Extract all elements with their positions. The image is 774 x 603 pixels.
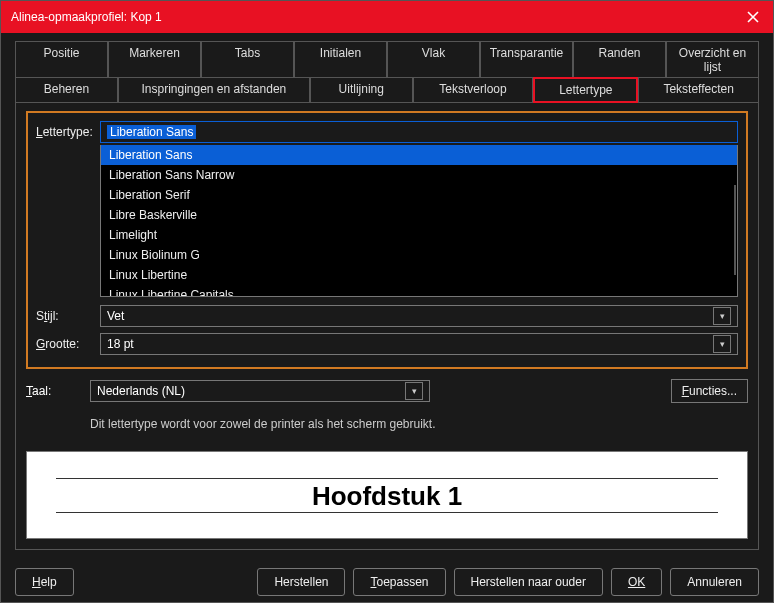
font-hint: Dit lettertype wordt voor zowel de print… <box>90 417 748 431</box>
tab-overzicht[interactable]: Overzicht en lijst <box>666 41 759 78</box>
chevron-down-icon[interactable]: ▾ <box>713 307 731 325</box>
fontname-field[interactable]: Liberation Sans <box>100 121 738 143</box>
highlight-frame: Lettertype: Liberation Sans Liberation S… <box>26 111 748 369</box>
close-icon[interactable] <box>743 7 763 27</box>
label-lettertype: Lettertype: <box>36 125 100 139</box>
size-combo[interactable]: 18 pt ▾ <box>100 333 738 355</box>
herstellen-naar-ouder-button[interactable]: Herstellen naar ouder <box>454 568 603 596</box>
tab-vlak[interactable]: Vlak <box>387 41 480 78</box>
fontname-value: Liberation Sans <box>107 125 196 139</box>
tab-positie[interactable]: Positie <box>15 41 108 78</box>
dialog-window: Alinea-opmaakprofiel: Kop 1 Positie Mark… <box>0 0 774 603</box>
font-item[interactable]: Linux Libertine Capitals <box>101 285 737 297</box>
chevron-down-icon[interactable]: ▾ <box>713 335 731 353</box>
style-value: Vet <box>107 309 124 323</box>
tab-transparantie[interactable]: Transparantie <box>480 41 573 78</box>
label-stijl: Stijl: <box>36 309 100 323</box>
font-list[interactable]: Liberation Sans Liberation Sans Narrow L… <box>100 145 738 297</box>
language-combo[interactable]: Nederlands (NL) ▾ <box>90 380 430 402</box>
tab-tekstverloop[interactable]: Tekstverloop <box>413 77 534 103</box>
chevron-down-icon[interactable]: ▾ <box>405 382 423 400</box>
size-value: 18 pt <box>107 337 134 351</box>
herstellen-button[interactable]: Herstellen <box>257 568 345 596</box>
preview-box: Hoofdstuk 1 <box>26 451 748 539</box>
font-item[interactable]: Limelight <box>101 225 737 245</box>
label-taal: Taal: <box>26 384 90 398</box>
label-grootte: Grootte: <box>36 337 100 351</box>
font-item[interactable]: Linux Biolinum G <box>101 245 737 265</box>
tab-lettertype[interactable]: Lettertype <box>533 77 638 103</box>
font-item[interactable]: Linux Libertine <box>101 265 737 285</box>
font-item[interactable]: Liberation Serif <box>101 185 737 205</box>
font-item[interactable]: Liberation Sans <box>101 145 737 165</box>
tab-initialen[interactable]: Initialen <box>294 41 387 78</box>
font-item[interactable]: Liberation Sans Narrow <box>101 165 737 185</box>
preview-text: Hoofdstuk 1 <box>312 479 462 512</box>
language-value: Nederlands (NL) <box>97 384 185 398</box>
tab-teksteffecten[interactable]: Teksteffecten <box>638 77 759 103</box>
annuleren-button[interactable]: Annuleren <box>670 568 759 596</box>
scrollbar[interactable] <box>734 185 736 275</box>
tab-inspringingen[interactable]: Inspringingen en afstanden <box>118 77 310 103</box>
style-combo[interactable]: Vet ▾ <box>100 305 738 327</box>
tab-randen[interactable]: Randen <box>573 41 666 78</box>
titlebar: Alinea-opmaakprofiel: Kop 1 <box>1 1 773 33</box>
tab-beheren[interactable]: Beheren <box>15 77 118 103</box>
help-button[interactable]: Help <box>15 568 74 596</box>
ok-button[interactable]: OK <box>611 568 662 596</box>
tab-markeren[interactable]: Markeren <box>108 41 201 78</box>
toepassen-button[interactable]: Toepassen <box>353 568 445 596</box>
font-item[interactable]: Libre Baskerville <box>101 205 737 225</box>
window-title: Alinea-opmaakprofiel: Kop 1 <box>11 10 162 24</box>
tab-tabs[interactable]: Tabs <box>201 41 294 78</box>
functies-button[interactable]: Functies... <box>671 379 748 403</box>
tab-uitlijning[interactable]: Uitlijning <box>310 77 413 103</box>
